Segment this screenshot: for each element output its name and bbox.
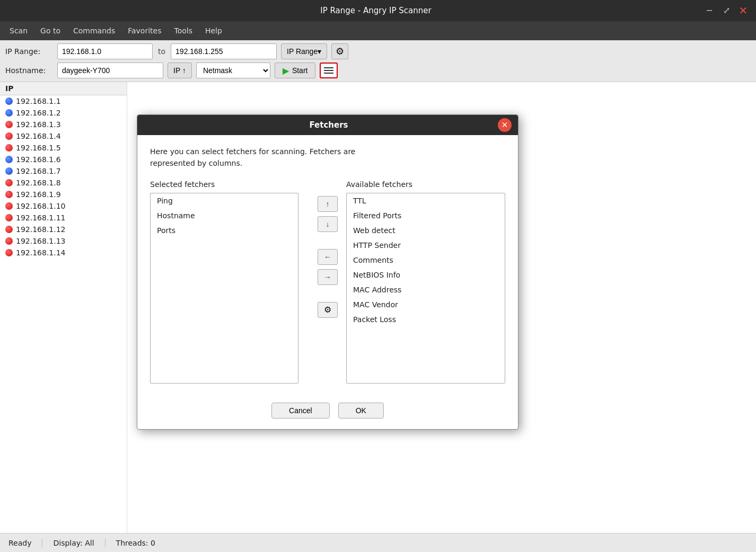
list-item[interactable]: NetBIOS Info — [347, 268, 505, 282]
list-item[interactable]: 192.168.1.5 — [0, 142, 127, 154]
list-item[interactable]: 192.168.1.13 — [0, 235, 127, 247]
blue-dot-icon — [5, 97, 13, 105]
list-item[interactable]: 192.168.1.2 — [0, 107, 127, 119]
gear-icon: ⚙ — [336, 46, 344, 57]
maximize-button[interactable]: ⤢ — [720, 4, 733, 17]
dialog-footer: Cancel OK — [137, 394, 518, 429]
move-up-button[interactable]: ↑ — [318, 196, 338, 212]
list-item[interactable]: 192.168.1.6 — [0, 154, 127, 165]
fetchers-dialog: Fetchers ✕ Here you can select fetchers … — [137, 114, 518, 430]
menu-favorites[interactable]: Favorites — [122, 24, 166, 37]
selected-fetchers-label: Selected fetchers — [150, 180, 309, 189]
move-down-button[interactable]: ↓ — [318, 216, 338, 232]
ip-address: 192.168.1.5 — [16, 144, 61, 152]
list-item[interactable]: 192.168.1.4 — [0, 130, 127, 142]
available-fetchers-label: Available fetchers — [346, 180, 505, 189]
menubar: Scan Go to Commands Favorites Tools Help — [0, 21, 756, 40]
minimize-button[interactable]: − — [703, 4, 716, 17]
toolbar-row-2: Hostname: IP ↑ Netmask ▶ Start — [5, 63, 751, 78]
list-item[interactable]: 192.168.1.1 — [0, 95, 127, 107]
hostname-input[interactable] — [57, 63, 163, 78]
list-item[interactable]: Web detect — [347, 223, 505, 238]
available-fetchers-list[interactable]: TTLFiltered PortsWeb detectHTTP SenderCo… — [346, 193, 505, 384]
menu-scan[interactable]: Scan — [4, 24, 33, 37]
list-item[interactable]: 192.168.1.12 — [0, 224, 127, 235]
ip-sort-button[interactable]: IP ↑ — [168, 63, 192, 78]
ip-address: 192.168.1.6 — [16, 155, 61, 164]
blue-dot-icon — [5, 156, 13, 163]
list-item[interactable]: Filtered Ports — [347, 208, 505, 223]
netmask-dropdown[interactable]: Netmask — [196, 63, 270, 78]
menu-help[interactable]: Help — [200, 24, 227, 37]
list-item[interactable]: 192.168.1.7 — [0, 165, 127, 177]
status-ready: Ready — [8, 539, 42, 547]
available-fetchers-col: Available fetchers TTLFiltered PortsWeb … — [346, 180, 505, 384]
red-dot-icon — [5, 249, 13, 256]
threads-status: Threads: 0 — [116, 539, 166, 547]
dialog-close-button[interactable]: ✕ — [498, 118, 512, 132]
ip-range-label: IP Range: — [5, 47, 53, 56]
move-left-button[interactable]: ← — [318, 249, 338, 265]
ip-list-header: IP — [0, 82, 127, 95]
ip-address: 192.168.1.2 — [16, 109, 61, 117]
list-item[interactable]: 192.168.1.10 — [0, 200, 127, 212]
list-item[interactable]: MAC Vendor — [347, 297, 505, 312]
list-item[interactable]: 192.168.1.11 — [0, 212, 127, 224]
red-dot-icon — [5, 121, 13, 128]
list-item[interactable]: Packet Loss — [347, 312, 505, 327]
list-item[interactable]: TTL — [347, 193, 505, 208]
selected-fetchers-list[interactable]: PingHostnamePorts — [150, 193, 298, 384]
ip-address: 192.168.1.3 — [16, 120, 61, 129]
list-item[interactable]: Hostname — [151, 208, 298, 223]
ip-range-button[interactable]: IP Range▾ — [281, 43, 327, 59]
blue-dot-icon — [5, 167, 13, 175]
dialog-titlebar: Fetchers ✕ — [137, 115, 518, 135]
cancel-button[interactable]: Cancel — [271, 403, 330, 419]
selected-fetchers-col: Selected fetchers PingHostnamePorts — [150, 180, 309, 384]
ip-to-input[interactable] — [171, 43, 277, 59]
hostname-label: Hostname: — [5, 66, 53, 75]
ip-address: 192.168.1.8 — [16, 179, 61, 187]
menu-tools[interactable]: Tools — [169, 24, 198, 37]
red-dot-icon — [5, 132, 13, 140]
list-item[interactable]: Ping — [151, 193, 298, 208]
list-item[interactable]: 192.168.1.9 — [0, 189, 127, 200]
ip-from-input[interactable] — [57, 43, 153, 59]
toolbar-row-1: IP Range: to IP Range▾ ⚙ — [5, 43, 751, 59]
blue-dot-icon — [5, 109, 13, 117]
list-item[interactable]: 192.168.1.3 — [0, 119, 127, 130]
list-item[interactable]: 192.168.1.8 — [0, 177, 127, 189]
list-item[interactable]: 192.168.1.14 — [0, 247, 127, 259]
red-dot-icon — [5, 214, 13, 221]
dialog-description: Here you can select fetchers for scannin… — [150, 146, 505, 170]
fetcher-settings-button[interactable]: ⚙ — [318, 302, 338, 318]
ip-address: 192.168.1.11 — [16, 213, 66, 222]
menu-commands[interactable]: Commands — [68, 24, 120, 37]
menu-goto[interactable]: Go to — [35, 24, 66, 37]
to-separator: to — [157, 47, 166, 56]
fetchers-button[interactable] — [320, 63, 338, 78]
toolbar: IP Range: to IP Range▾ ⚙ Hostname: IP ↑ … — [0, 40, 756, 82]
dialog-mid-buttons: ↑ ↓ ← → ⚙ — [309, 196, 346, 318]
list-item[interactable]: Ports — [151, 223, 298, 238]
ok-button[interactable]: OK — [338, 403, 384, 419]
close-button[interactable]: ✕ — [737, 4, 750, 17]
ip-address: 192.168.1.12 — [16, 225, 66, 234]
settings-button[interactable]: ⚙ — [331, 43, 348, 59]
start-button[interactable]: ▶ Start — [275, 63, 316, 78]
list-item[interactable]: Comments — [347, 253, 505, 268]
list-item[interactable]: MAC Address — [347, 282, 505, 297]
move-right-button[interactable]: → — [318, 269, 338, 285]
dialog-title: Fetchers — [160, 120, 498, 130]
dialog-body: Here you can select fetchers for scannin… — [137, 135, 518, 394]
ip-address: 192.168.1.14 — [16, 248, 66, 257]
window-title: IP Range - Angry IP Scanner — [49, 6, 703, 15]
ip-address: 192.168.1.10 — [16, 202, 66, 210]
window-controls: − ⤢ ✕ — [703, 4, 750, 17]
red-dot-icon — [5, 179, 13, 186]
list-item[interactable]: HTTP Sender — [347, 238, 505, 253]
ip-address: 192.168.1.9 — [16, 190, 61, 199]
red-dot-icon — [5, 191, 13, 198]
ip-address: 192.168.1.13 — [16, 237, 66, 245]
red-dot-icon — [5, 226, 13, 233]
